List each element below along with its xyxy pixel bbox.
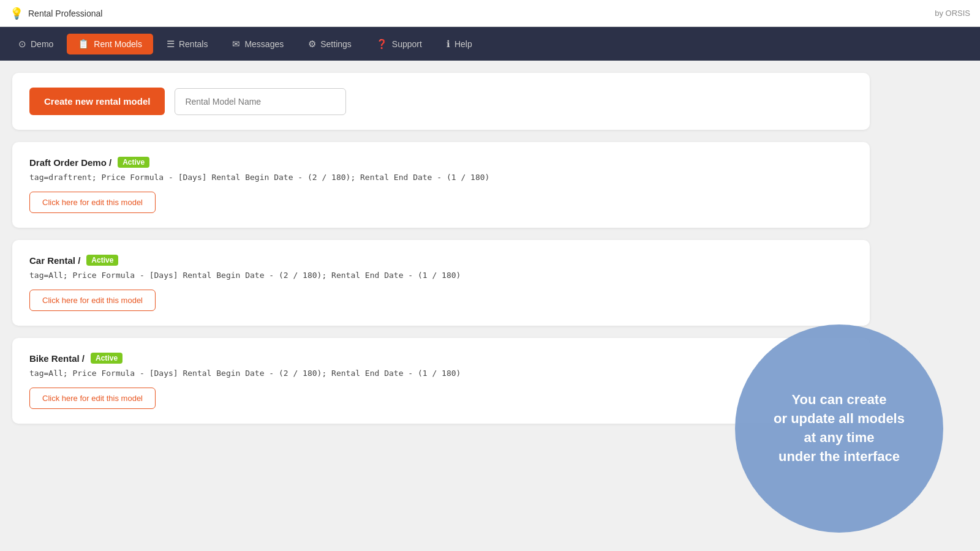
model-title-row-0: Draft Order Demo / Active: [29, 157, 853, 168]
edit-model-button-1[interactable]: Click here for edit this model: [29, 290, 156, 311]
nav-label-rent-models: Rent Models: [94, 39, 142, 49]
app-logo: 💡 Rental Professional: [10, 7, 102, 20]
nav-item-rent-models[interactable]: 📋 Rent Models: [67, 34, 153, 54]
rent-models-icon: 📋: [78, 39, 89, 50]
create-card: Create new rental model: [12, 73, 870, 130]
tooltip-bubble: You can createor update all modelsat any…: [735, 324, 943, 533]
model-card-1: Car Rental / Active tag=All; Price Formu…: [12, 240, 870, 326]
logo-icon: 💡: [10, 7, 23, 20]
edit-model-button-2[interactable]: Click here for edit this model: [29, 388, 156, 409]
nav-label-messages: Messages: [244, 39, 284, 49]
nav-label-settings: Settings: [320, 39, 352, 49]
models-container: Draft Order Demo / Active tag=draftrent;…: [12, 142, 870, 424]
app-name: Rental Professional: [28, 9, 102, 18]
model-name-input[interactable]: [175, 88, 346, 115]
demo-icon: ⊙: [18, 39, 26, 50]
model-desc-1: tag=All; Price Formula - [Days] Rental B…: [29, 271, 853, 280]
model-name-2: Bike Rental /: [29, 353, 85, 364]
rentals-icon: ☰: [167, 39, 175, 50]
top-bar: 💡 Rental Professional by ORSIS: [0, 0, 980, 27]
model-card-0: Draft Order Demo / Active tag=draftrent;…: [12, 142, 870, 228]
support-icon: ❓: [376, 39, 388, 50]
model-status-badge-1: Active: [86, 255, 118, 266]
model-status-badge-2: Active: [91, 353, 123, 364]
model-status-badge-0: Active: [118, 157, 149, 168]
nav-label-rentals: Rentals: [179, 39, 208, 49]
nav-item-rentals[interactable]: ☰ Rentals: [156, 34, 219, 54]
create-model-button[interactable]: Create new rental model: [29, 88, 165, 115]
nav-label-support: Support: [392, 39, 422, 49]
nav-item-demo[interactable]: ⊙ Demo: [7, 34, 64, 54]
model-name-0: Draft Order Demo /: [29, 157, 111, 168]
nav-item-settings[interactable]: ⚙ Settings: [297, 34, 363, 54]
model-desc-0: tag=draftrent; Price Formula - [Days] Re…: [29, 173, 853, 182]
nav-item-support[interactable]: ❓ Support: [365, 34, 433, 54]
by-text: by ORSIS: [935, 9, 970, 18]
messages-icon: ✉: [232, 39, 240, 50]
model-title-row-2: Bike Rental / Active: [29, 353, 853, 364]
nav-label-demo: Demo: [31, 39, 53, 49]
model-title-row-1: Car Rental / Active: [29, 255, 853, 266]
help-icon: ℹ: [447, 39, 450, 50]
model-desc-2: tag=All; Price Formula - [Days] Rental B…: [29, 369, 853, 378]
create-row: Create new rental model: [29, 88, 853, 115]
main-nav: ⊙ Demo 📋 Rent Models ☰ Rentals ✉ Message…: [0, 27, 980, 61]
nav-label-help: Help: [454, 39, 472, 49]
model-name-1: Car Rental /: [29, 255, 80, 266]
settings-icon: ⚙: [308, 39, 316, 50]
nav-item-messages[interactable]: ✉ Messages: [221, 34, 295, 54]
tooltip-text: You can createor update all modelsat any…: [774, 391, 905, 466]
nav-item-help[interactable]: ℹ Help: [435, 34, 483, 54]
edit-model-button-0[interactable]: Click here for edit this model: [29, 192, 156, 213]
